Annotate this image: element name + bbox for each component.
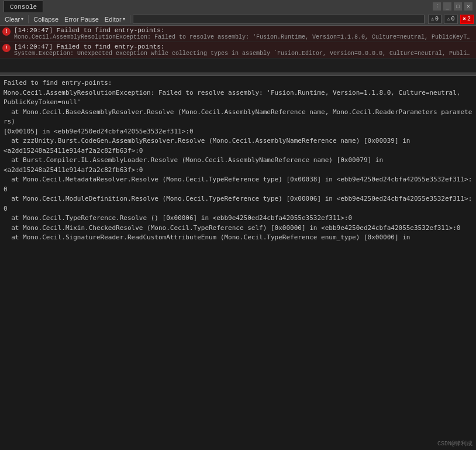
log-text-2: [14:20:47] Failed to find entry-points: …	[14, 43, 474, 57]
editor-button[interactable]: Editor ▾	[102, 14, 127, 25]
error-icon: ✖	[463, 16, 466, 22]
warning-badge[interactable]: ⚠ 0	[428, 15, 441, 24]
warning-icon-2: ⚠	[447, 16, 450, 22]
maximize-button[interactable]: □	[454, 2, 462, 11]
console-tab[interactable]: Console	[4, 1, 43, 12]
collapse-button[interactable]: Collapse	[31, 14, 61, 25]
editor-label: Editor	[105, 16, 122, 23]
log-line1-1: [14:20:47] Failed to find entry-points:	[14, 27, 474, 34]
warning-icon: ⚠	[431, 16, 434, 22]
more-options-button[interactable]: ⋮	[433, 2, 441, 11]
error-badge[interactable]: ✖ 2	[460, 15, 474, 24]
detail-text: Failed to find entry-points: Mono.Cecil.…	[4, 78, 472, 243]
log-list: ! [14:20:47] Failed to find entry-points…	[0, 26, 476, 73]
log-line1-2: [14:20:47] Failed to find entry-points:	[14, 43, 474, 50]
error-pause-label: Error Pause	[64, 16, 99, 23]
separator-1	[28, 15, 29, 23]
warning-badge-2[interactable]: ⚠ 0	[444, 15, 457, 24]
clear-label: Clear	[5, 16, 20, 23]
window-controls: ⋮ _ □ ×	[433, 2, 472, 11]
warning-count: 0	[435, 16, 439, 22]
separator-2	[130, 15, 130, 23]
console-toolbar: Clear ▾ Collapse Error Pause Editor ▾ ⚠ …	[0, 13, 476, 26]
log-entry-1[interactable]: ! [14:20:47] Failed to find entry-points…	[0, 26, 476, 42]
close-button[interactable]: ×	[464, 2, 472, 11]
error-count: 2	[467, 16, 471, 22]
search-input[interactable]	[133, 15, 425, 24]
log-entry-2[interactable]: ! [14:20:47] Failed to find entry-points…	[0, 42, 476, 59]
collapse-label: Collapse	[33, 16, 58, 23]
badge-group: ⚠ 0 ⚠ 0 ✖ 2	[428, 15, 474, 24]
editor-chevron: ▾	[123, 16, 125, 22]
unity-console-window: Console ⋮ _ □ × Clear ▾ Collapse Error P…	[0, 0, 476, 450]
log-text-1: [14:20:47] Failed to find entry-points: …	[14, 27, 474, 40]
warning-count-2: 0	[451, 16, 455, 22]
log-line2-1: Mono.Cecil.AssemblyResolutionException: …	[14, 34, 474, 40]
error-pause-button[interactable]: Error Pause	[62, 14, 101, 25]
title-bar: Console ⋮ _ □ ×	[0, 0, 476, 13]
watermark: CSDN@锋利成	[437, 439, 472, 448]
clear-button[interactable]: Clear ▾	[2, 14, 26, 25]
error-icon-2: !	[2, 44, 11, 52]
log-line2-2: System.Exception: Unexpected exception w…	[14, 50, 474, 57]
minimize-button[interactable]: _	[443, 2, 451, 11]
error-icon-1: !	[2, 28, 11, 36]
clear-chevron: ▾	[21, 16, 23, 22]
console-tab-label: Console	[10, 4, 37, 11]
detail-panel[interactable]: Failed to find entry-points: Mono.Cecil.…	[0, 76, 476, 450]
